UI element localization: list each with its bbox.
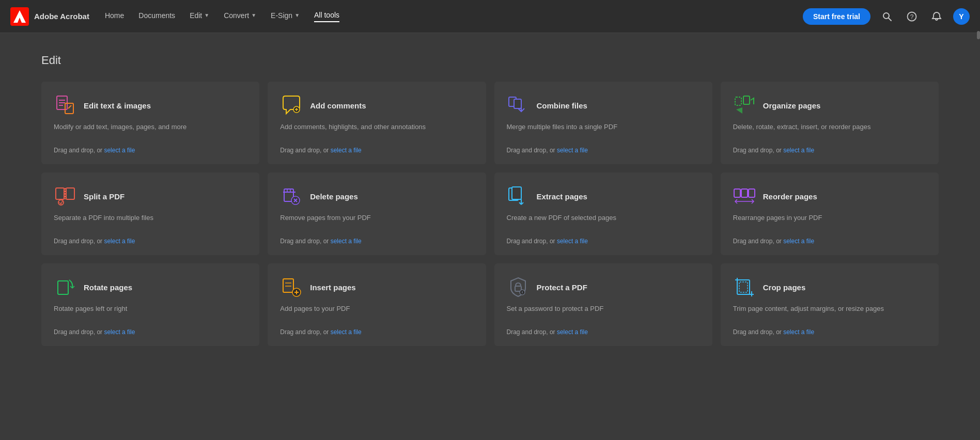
select-file-link[interactable]: select a file (557, 238, 588, 245)
tool-title: Reorder pages (763, 192, 817, 201)
tool-card-insert-pages[interactable]: Insert pages Add pages to your PDF Drag … (268, 263, 486, 346)
tool-card-crop-pages[interactable]: Crop pages Trim page content, adjust mar… (721, 263, 939, 346)
brand-name: Adobe Acrobat (34, 12, 89, 21)
svg-rect-20 (66, 188, 74, 199)
tool-title: Delete pages (310, 192, 358, 201)
tool-card-reorder-pages[interactable]: Reorder pages Rearrange pages in your PD… (721, 172, 939, 255)
tool-desc: Add comments, highlights, and other anno… (280, 122, 473, 140)
tool-card-protect-pdf[interactable]: Protect a PDF Set a password to protect … (494, 263, 712, 346)
tool-drop: Drag and drop, or select a file (280, 328, 473, 336)
tool-drop: Drag and drop, or select a file (733, 147, 926, 154)
tool-card-combine-files[interactable]: Combine files Merge multiple files into … (494, 82, 712, 164)
tool-card-organize-pages[interactable]: Organize pages Delete, rotate, extract, … (721, 82, 939, 164)
tool-header: Edit text & images (54, 94, 247, 117)
nav-links: Home Documents Edit ▼ Convert ▼ E-Sign ▼… (105, 11, 787, 22)
split-pdf-icon (54, 185, 76, 208)
select-file-link[interactable]: select a file (783, 238, 814, 245)
adobe-logo-icon (10, 7, 29, 26)
tool-title: Organize pages (763, 101, 821, 110)
tool-card-extract-pages[interactable]: Extract pages Create a new PDF of select… (494, 172, 712, 255)
select-file-link[interactable]: select a file (331, 147, 362, 154)
nav-edit[interactable]: Edit ▼ (190, 11, 209, 22)
search-button[interactable] (879, 8, 895, 25)
tool-header: Crop pages (733, 276, 926, 298)
nav-convert[interactable]: Convert ▼ (224, 11, 256, 22)
tool-card-add-comments[interactable]: Add comments Add comments, highlights, a… (268, 82, 486, 164)
scrollbar[interactable] (977, 31, 980, 39)
tool-desc: Remove pages from your PDF (280, 213, 473, 231)
notifications-button[interactable] (928, 8, 945, 25)
tool-card-delete-pages[interactable]: Delete pages Remove pages from your PDF … (268, 172, 486, 255)
svg-line-2 (889, 18, 891, 21)
tool-title: Rotate pages (84, 283, 132, 292)
tool-desc: Modify or add text, images, pages, and m… (54, 122, 247, 140)
tool-card-rotate-pages[interactable]: Rotate pages Rotate pages left or right … (41, 263, 259, 346)
select-file-link[interactable]: select a file (104, 238, 135, 245)
protect-pdf-icon (507, 276, 530, 298)
tool-header: Add comments (280, 94, 473, 117)
select-file-link[interactable]: select a file (783, 328, 814, 336)
select-file-link[interactable]: select a file (557, 328, 588, 336)
svg-rect-32 (741, 189, 748, 197)
tool-drop: Drag and drop, or select a file (280, 238, 473, 245)
tool-drop: Drag and drop, or select a file (54, 328, 247, 336)
tool-card-edit-text-images[interactable]: Edit text & images Modify or add text, i… (41, 82, 259, 164)
svg-text:?: ? (910, 13, 914, 20)
tool-header: Combine files (507, 94, 700, 117)
tool-title: Edit text & images (84, 101, 151, 110)
tools-grid-row2: Split a PDF Separate a PDF into multiple… (41, 172, 939, 255)
select-file-link[interactable]: select a file (331, 238, 362, 245)
nav-documents[interactable]: Documents (138, 11, 175, 22)
nav-actions: Start free trial ? Y (803, 8, 970, 25)
tool-desc: Rotate pages left or right (54, 304, 247, 322)
edit-text-images-icon (54, 94, 76, 117)
main-content: Edit Edit text & images Modify or add te… (0, 33, 980, 375)
tool-header: Extract pages (507, 185, 700, 208)
tools-grid-row3: Rotate pages Rotate pages left or right … (41, 263, 939, 346)
select-file-link[interactable]: select a file (104, 328, 135, 336)
select-file-link[interactable]: select a file (783, 147, 814, 154)
delete-pages-icon (280, 185, 303, 208)
insert-pages-icon (280, 276, 303, 298)
edit-chevron-icon: ▼ (204, 12, 209, 18)
section-title: Edit (41, 54, 939, 67)
tool-drop: Drag and drop, or select a file (507, 238, 700, 245)
svg-rect-17 (743, 96, 750, 104)
tool-card-split-pdf[interactable]: Split a PDF Separate a PDF into multiple… (41, 172, 259, 255)
svg-rect-33 (749, 189, 755, 197)
tool-title: Protect a PDF (537, 283, 587, 292)
tool-desc: Delete, rotate, extract, insert, or reor… (733, 122, 926, 140)
select-file-link[interactable]: select a file (331, 328, 362, 336)
select-file-link[interactable]: select a file (104, 147, 135, 154)
tool-header: Delete pages (280, 185, 473, 208)
select-file-link[interactable]: select a file (557, 147, 588, 154)
help-button[interactable]: ? (904, 8, 920, 25)
svg-rect-35 (58, 281, 68, 294)
combine-files-icon (507, 94, 530, 117)
tool-title: Insert pages (310, 283, 355, 292)
tool-title: Split a PDF (84, 192, 125, 201)
start-trial-button[interactable]: Start free trial (803, 8, 870, 25)
nav-home[interactable]: Home (105, 11, 124, 22)
logo[interactable]: Adobe Acrobat (10, 7, 89, 26)
svg-rect-46 (739, 282, 748, 292)
crop-pages-icon (733, 276, 756, 298)
tool-desc: Add pages to your PDF (280, 304, 473, 322)
nav-esign[interactable]: E-Sign ▼ (271, 11, 300, 22)
tool-desc: Rearrange pages in your PDF (733, 213, 926, 231)
tool-header: Reorder pages (733, 185, 926, 208)
tool-header: Organize pages (733, 94, 926, 117)
tool-drop: Drag and drop, or select a file (280, 147, 473, 154)
avatar[interactable]: Y (953, 8, 970, 25)
tool-header: Insert pages (280, 276, 473, 298)
tool-title: Crop pages (763, 283, 806, 292)
nav-all-tools[interactable]: All tools (314, 11, 339, 22)
tool-drop: Drag and drop, or select a file (507, 328, 700, 336)
convert-chevron-icon: ▼ (251, 12, 256, 18)
tools-grid-row1: Edit text & images Modify or add text, i… (41, 82, 939, 164)
extract-pages-icon (507, 185, 530, 208)
tool-header: Protect a PDF (507, 276, 700, 298)
svg-rect-36 (283, 279, 293, 292)
tool-desc: Separate a PDF into multiple files (54, 213, 247, 231)
tool-title: Add comments (310, 101, 366, 110)
